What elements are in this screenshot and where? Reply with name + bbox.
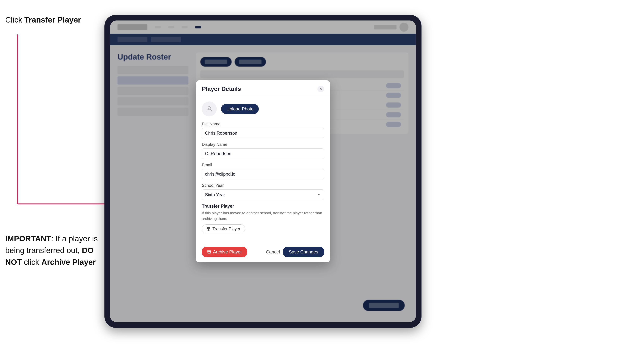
svg-point-3 [208, 107, 210, 109]
full-name-group: Full Name [202, 122, 324, 138]
full-name-label: Full Name [202, 122, 324, 127]
instruction-bottom: IMPORTANT: If a player is being transfer… [5, 233, 102, 268]
transfer-icon [206, 227, 210, 231]
transfer-description: If this player has moved to another scho… [202, 210, 324, 221]
svg-rect-5 [208, 251, 211, 252]
transfer-section-title: Transfer Player [202, 203, 324, 209]
display-name-label: Display Name [202, 142, 324, 147]
archive-icon [207, 250, 211, 254]
tablet-frame: Update Roster [104, 15, 422, 328]
photo-placeholder [202, 102, 217, 116]
cancel-button[interactable]: Cancel [266, 249, 280, 255]
display-name-group: Display Name [202, 142, 324, 159]
school-year-label: School Year [202, 183, 324, 188]
full-name-input[interactable] [202, 128, 324, 138]
player-details-modal: Player Details × Upload Photo [196, 80, 330, 262]
email-label: Email [202, 163, 324, 168]
archive-player-button[interactable]: Archive Player [202, 247, 247, 257]
display-name-input[interactable] [202, 149, 324, 159]
instruction-click-text: Click [5, 15, 24, 24]
transfer-btn-label: Transfer Player [212, 226, 240, 231]
upload-photo-button[interactable]: Upload Photo [221, 104, 259, 114]
instruction-archive-bold: Archive Player [42, 258, 96, 266]
modal-footer: Archive Player Cancel Save Changes [196, 243, 330, 262]
user-icon [206, 105, 213, 113]
save-changes-button[interactable]: Save Changes [283, 247, 324, 257]
instruction-top: Click Transfer Player [5, 15, 81, 25]
modal-close-button[interactable]: × [318, 86, 324, 92]
transfer-section: Transfer Player If this player has moved… [202, 203, 324, 233]
photo-section: Upload Photo [202, 102, 324, 116]
tablet-screen: Update Roster [110, 20, 416, 322]
archive-btn-label: Archive Player [213, 249, 242, 255]
school-year-group: School Year Sixth Year [202, 183, 324, 200]
modal-body: Upload Photo Full Name Display Name [196, 96, 330, 243]
modal-overlay: Player Details × Upload Photo [110, 20, 416, 322]
instruction-bottom-text2: click [22, 258, 42, 266]
instruction-important-label: IMPORTANT [5, 234, 51, 243]
email-input[interactable] [202, 169, 324, 179]
email-group: Email [202, 163, 324, 179]
modal-title: Player Details [202, 85, 241, 92]
modal-header: Player Details × [196, 80, 330, 96]
school-year-select[interactable]: Sixth Year [202, 189, 324, 200]
instruction-transfer-bold: Transfer Player [24, 15, 81, 24]
transfer-player-button[interactable]: Transfer Player [202, 224, 245, 233]
